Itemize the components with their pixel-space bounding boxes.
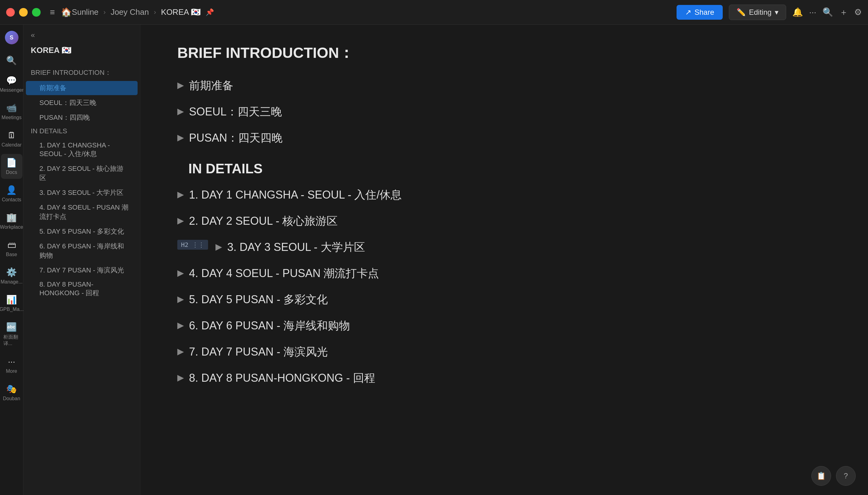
collapse-icon[interactable]: « (31, 31, 35, 39)
nav-page-title: KOREA 🇰🇷 (31, 46, 133, 55)
sidebar-item-workplace[interactable]: 🏢 Workplace (1, 209, 22, 234)
more-dots-icon: ··· (8, 357, 15, 366)
arrow-icon: ▶ (177, 189, 184, 200)
history-button[interactable]: 📋 (811, 466, 831, 486)
breadcrumb-sep1: › (103, 8, 106, 16)
sidebar-item-gpb-label: GPB_Ma... (0, 307, 24, 312)
outline-item-pusan[interactable]: ▶ PUSAN：四天四晚 (177, 131, 831, 146)
editing-button[interactable]: ✏️ Editing ▾ (729, 5, 786, 20)
share-button[interactable]: ↗ Share (677, 5, 723, 20)
sidebar-toggle-icon[interactable]: ≡ (50, 7, 55, 17)
main-content: BRIEF INTRODUCTION： ▶ 前期准备 ▶ SOEUL：四天三晚 … (140, 24, 868, 495)
sidebar-item-more[interactable]: ··· More (1, 353, 22, 378)
breadcrumb-parent[interactable]: Joey Chan (110, 7, 149, 17)
outline-text-day6: 6. DAY 6 PUSAN - 海岸线和购物 (189, 318, 350, 334)
sidebar-item-messenger-label: Messenger (0, 87, 24, 93)
outline-item-day5[interactable]: ▶ 5. DAY 5 PUSAN - 多彩文化 (177, 292, 831, 307)
arrow-icon: ▶ (215, 242, 222, 252)
more-icon[interactable]: ··· (809, 7, 816, 17)
sidebar-item-docs-label: Docs (6, 170, 17, 175)
outline-item-day6[interactable]: ▶ 6. DAY 6 PUSAN - 海岸线和购物 (177, 318, 831, 334)
outline-item-day2[interactable]: ▶ 2. DAY 2 SEOUL - 核心旅游区 (177, 214, 831, 229)
editing-label: Editing (749, 8, 771, 17)
arrow-icon: ▶ (177, 268, 184, 278)
contacts-icon: 👤 (6, 185, 17, 195)
sidebar-item-contacts-label: Contacts (2, 197, 21, 203)
nav-item-qianqi[interactable]: 前期准备 (26, 81, 138, 95)
sidebar-item-manage[interactable]: ⚙️ Manage... (1, 263, 22, 288)
outline-item-day3[interactable]: H2 ⋮⋮ ▶ 3. DAY 3 SEOUL - 大学片区 (177, 240, 831, 255)
traffic-lights (6, 8, 41, 17)
sidebar-item-translate[interactable]: 🔤 柜面翻译... (1, 318, 22, 351)
docs-icon: 📄 (6, 158, 17, 168)
sidebar-item-calendar-label: Calendar (2, 142, 21, 148)
add-icon[interactable]: ＋ (839, 6, 848, 18)
sidebar-item-base[interactable]: 🗃 Base (1, 236, 22, 261)
sidebar-item-meetings[interactable]: 📹 Meetings (1, 99, 22, 124)
sidebar-item-translate-label: 柜面翻译... (3, 334, 20, 347)
sidebar-item-calendar[interactable]: 🗓 Calendar (1, 126, 22, 151)
search-icon[interactable]: 🔍 (822, 7, 833, 17)
sidebar-item-messenger[interactable]: 💬 Messenger (1, 72, 22, 97)
maximize-button[interactable] (32, 8, 41, 17)
base-icon: 🗃 (7, 240, 16, 250)
workplace-icon: 🏢 (6, 212, 17, 223)
help-button[interactable]: ? (836, 466, 856, 486)
outline-item-qianqi[interactable]: ▶ 前期准备 (177, 78, 831, 93)
chevron-down-icon: ▾ (775, 8, 778, 17)
manage-icon: ⚙️ (6, 267, 17, 277)
calendar-icon: 🗓 (7, 130, 16, 140)
sidebar-item-more-label: More (6, 369, 17, 374)
nav-item-day5[interactable]: 5. DAY 5 PUSAN - 多彩文化 (26, 224, 138, 239)
nav-item-day6[interactable]: 6. DAY 6 PUSAN - 海岸线和购物 (26, 239, 138, 262)
nav-brief-header: BRIEF INTRODUCTION： (23, 66, 140, 79)
nav-item-day8[interactable]: 8. DAY 8 PUSAN-HONGKONG - 回程 (26, 278, 138, 300)
titlebar-actions: ↗ Share ✏️ Editing ▾ 🔔 ··· 🔍 ＋ ⚙ (677, 5, 862, 20)
sidebar-item-gpb[interactable]: 📊 GPB_Ma... (1, 291, 22, 316)
arrow-icon: ▶ (177, 216, 184, 226)
edit-icon: ✏️ (736, 8, 746, 17)
sidebar-item-douban[interactable]: 🎭 Douban (1, 380, 22, 405)
avatar[interactable]: S (5, 31, 18, 44)
outline-text-day1: 1. DAY 1 CHANGSHA - SEOUL - 入住/休息 (189, 187, 402, 203)
nav-item-pusan[interactable]: PUSAN：四四晚 (26, 110, 138, 125)
nav-item-day7[interactable]: 7. DAY 7 PUSAN - 海滨风光 (26, 263, 138, 277)
breadcrumb: Sunline › Joey Chan › KOREA 🇰🇷 📌 (72, 7, 677, 17)
sidebar-item-search[interactable]: 🔍 (1, 52, 22, 69)
outline-item-day7[interactable]: ▶ 7. DAY 7 PUSAN - 海滨风光 (177, 344, 831, 360)
breadcrumb-current[interactable]: KOREA 🇰🇷 (161, 7, 201, 17)
sidebar-item-douban-label: Douban (3, 396, 20, 402)
sidebar-item-docs[interactable]: 📄 Docs (1, 154, 22, 179)
breadcrumb-root[interactable]: Sunline (72, 7, 99, 17)
arrow-icon: ▶ (177, 320, 184, 330)
bell-icon[interactable]: 🔔 (792, 7, 803, 17)
nav-item-day1[interactable]: 1. DAY 1 CHANGSHA - SEOUL - 入住/休息 (26, 139, 138, 161)
outline-text-day2: 2. DAY 2 SEOUL - 核心旅游区 (189, 214, 338, 229)
outline-item-day8[interactable]: ▶ 8. DAY 8 PUSAN-HONGKONG - 回程 (177, 371, 831, 386)
arrow-icon: ▶ (177, 294, 184, 304)
nav-details-header: IN DETAILS (23, 125, 140, 137)
nav-item-seoul[interactable]: SOEUL：四天三晚 (26, 96, 138, 110)
gpb-icon: 📊 (6, 295, 17, 305)
in-details-header: IN DETAILS (188, 161, 831, 176)
outline-item-day1[interactable]: ▶ 1. DAY 1 CHANGSHA - SEOUL - 入住/休息 (177, 187, 831, 203)
close-button[interactable] (6, 8, 15, 17)
nav-title-section: KOREA 🇰🇷 (23, 46, 140, 66)
outline-item-day4[interactable]: ▶ 4. DAY 4 SOEUL - PUSAN 潮流打卡点 (177, 266, 831, 281)
home-icon[interactable]: 🏠 (61, 7, 72, 17)
outline-item-seoul[interactable]: ▶ SOEUL：四天三晚 (177, 104, 831, 119)
nav-item-day2[interactable]: 2. DAY 2 SEOUL - 核心旅游区 (26, 161, 138, 185)
douban-icon: 🎭 (6, 384, 17, 394)
nav-item-day3[interactable]: 3. DAY 3 SEOUL - 大学片区 (26, 186, 138, 200)
main-layout: S 🔍 💬 Messenger 📹 Meetings 🗓 Calendar 📄 … (0, 24, 868, 495)
meetings-icon: 📹 (6, 103, 17, 113)
outline-text-qianqi: 前期准备 (189, 78, 233, 93)
settings-icon[interactable]: ⚙ (854, 7, 862, 17)
sidebar-item-contacts[interactable]: 👤 Contacts (1, 181, 22, 206)
nav-item-day4[interactable]: 4. DAY 4 SOEUL - PUSAN 潮流打卡点 (26, 200, 138, 224)
outline-text-day5: 5. DAY 5 PUSAN - 多彩文化 (189, 292, 328, 307)
doc-title: BRIEF INTRODUCTION： (177, 43, 831, 63)
minimize-button[interactable] (19, 8, 28, 17)
arrow-icon: ▶ (177, 346, 184, 357)
translate-icon: 🔤 (6, 322, 17, 332)
